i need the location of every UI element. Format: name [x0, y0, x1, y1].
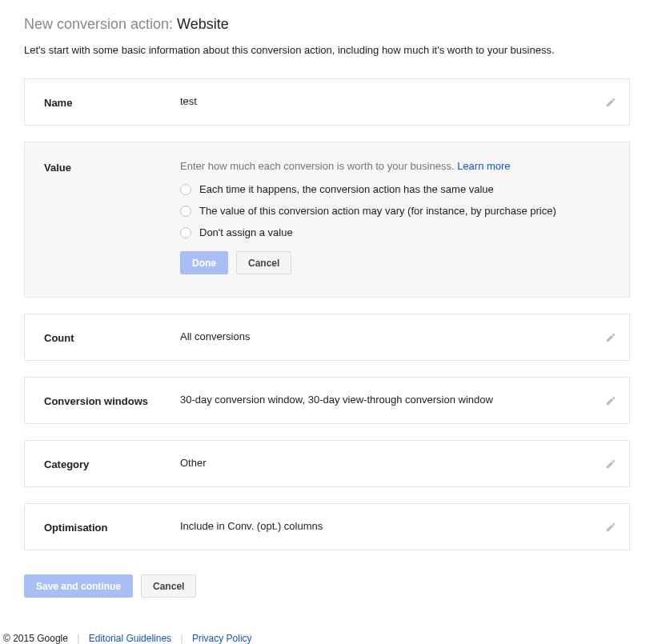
footer-sep: | — [180, 633, 183, 644]
footer-privacy-link[interactable]: Privacy Policy — [192, 633, 252, 644]
pencil-icon[interactable] — [605, 97, 616, 108]
windows-value: 30-day conversion window, 30-day view-th… — [180, 394, 610, 406]
optimisation-label: Optimisation — [44, 520, 180, 534]
category-value: Other — [180, 457, 610, 469]
pencil-icon[interactable] — [605, 395, 616, 406]
optimisation-value: Include in Conv. (opt.) columns — [180, 520, 610, 532]
intro-text: Let's start with some basic information … — [24, 44, 630, 56]
done-button[interactable]: Done — [180, 251, 228, 274]
windows-label: Conversion windows — [44, 394, 180, 407]
pencil-icon[interactable] — [605, 522, 616, 533]
count-label: Count — [44, 330, 180, 344]
section-value: Value Enter how much each conversion is … — [24, 142, 630, 298]
section-count[interactable]: Count All conversions — [24, 314, 630, 361]
learn-more-link[interactable]: Learn more — [457, 160, 510, 172]
name-value: test — [180, 95, 610, 107]
cancel-button[interactable]: Cancel — [236, 251, 291, 274]
value-hint: Enter how much each conversion is worth … — [180, 160, 610, 172]
footer: © 2015 Google | Editorial Guidelines | P… — [0, 628, 654, 644]
footer-sep: | — [77, 633, 79, 644]
count-value: All conversions — [180, 330, 610, 342]
radio-icon — [180, 206, 191, 217]
value-option-same[interactable]: Each time it happens, the conversion act… — [180, 183, 610, 195]
value-option-label: The value of this conversion action may … — [199, 205, 556, 217]
radio-icon — [180, 184, 191, 195]
section-category[interactable]: Category Other — [24, 440, 630, 487]
value-option-none[interactable]: Don't assign a value — [180, 226, 610, 238]
radio-icon — [180, 227, 191, 238]
section-optimisation[interactable]: Optimisation Include in Conv. (opt.) col… — [24, 503, 630, 550]
value-label: Value — [44, 160, 180, 174]
page-title-prefix: New conversion action: — [24, 16, 177, 32]
page-title: New conversion action: Website — [24, 16, 630, 33]
value-option-label: Each time it happens, the conversion act… — [199, 183, 494, 195]
save-and-continue-button[interactable]: Save and continue — [24, 574, 133, 598]
pencil-icon[interactable] — [605, 332, 616, 343]
footer-copyright: © 2015 Google — [3, 633, 68, 644]
name-label: Name — [44, 95, 180, 109]
section-conversion-windows[interactable]: Conversion windows 30-day conversion win… — [24, 377, 630, 424]
footer-editorial-link[interactable]: Editorial Guidelines — [89, 633, 171, 644]
pencil-icon[interactable] — [605, 458, 616, 470]
category-label: Category — [44, 457, 180, 470]
page-title-subject: Website — [177, 16, 229, 32]
section-name[interactable]: Name test — [24, 78, 630, 126]
value-option-label: Don't assign a value — [199, 226, 293, 238]
value-option-vary[interactable]: The value of this conversion action may … — [180, 205, 610, 217]
cancel-button[interactable]: Cancel — [141, 574, 196, 598]
value-hint-text: Enter how much each conversion is worth … — [180, 160, 457, 172]
